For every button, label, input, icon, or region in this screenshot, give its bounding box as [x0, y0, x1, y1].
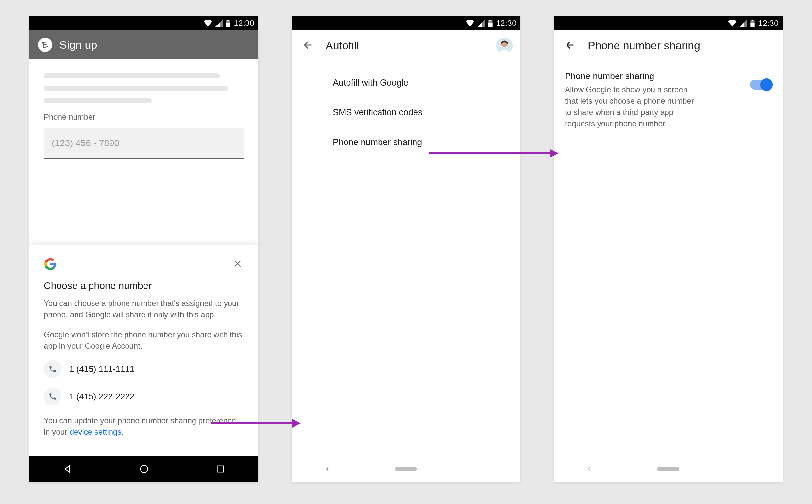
status-clock: 12:30	[234, 19, 254, 28]
svg-rect-11	[751, 23, 755, 27]
svg-rect-7	[489, 20, 492, 21]
settings-header: Phone number sharing	[554, 30, 783, 61]
phone-option-label: 1 (415) 222-2222	[69, 392, 134, 402]
setting-description: Allow Google to show you a screen that l…	[565, 84, 696, 129]
menu-item-label: Autofill with Google	[333, 78, 408, 88]
app-logo-icon: E	[37, 36, 54, 53]
app-header: E Sign up	[29, 30, 258, 59]
nav-home-pill[interactable]	[395, 467, 417, 471]
status-clock: 12:30	[758, 19, 779, 28]
svg-rect-2	[227, 20, 229, 21]
wifi-icon	[728, 20, 736, 27]
phone-option-label: 1 (415) 111-1111	[69, 364, 134, 374]
status-bar: 12:30	[554, 16, 783, 30]
svg-rect-6	[488, 23, 493, 27]
close-icon	[233, 260, 242, 268]
arrow-left-icon	[564, 40, 575, 51]
placeholder-line	[44, 98, 152, 103]
phone-icon	[44, 388, 61, 405]
cellular-icon	[740, 20, 747, 27]
svg-rect-12	[752, 20, 754, 21]
status-bar: 12:30	[292, 16, 520, 30]
setting-title: Phone number sharing	[565, 71, 741, 81]
sheet-footer: You can update your phone number sharing…	[44, 415, 244, 438]
settings-header: Autofill	[292, 30, 520, 61]
nav-back-icon[interactable]	[63, 464, 73, 474]
status-bar: 12:30	[29, 16, 258, 30]
cellular-icon	[215, 20, 223, 27]
toggle-phone-sharing[interactable]	[750, 80, 771, 90]
signup-form: Phone number (123) 456 - 7890	[29, 59, 258, 159]
avatar-icon	[496, 38, 513, 54]
menu-item-label: SMS verification codes	[333, 108, 423, 117]
device-settings-link[interactable]: device settings	[70, 428, 122, 436]
footer-text: .	[121, 428, 124, 436]
back-button[interactable]	[299, 37, 316, 55]
page-title: Autofill	[326, 39, 359, 52]
phone-icon	[44, 360, 61, 378]
phone-option[interactable]: 1 (415) 111-1111	[44, 360, 244, 378]
phone-option[interactable]: 1 (415) 222-2222	[44, 388, 244, 405]
nav-back-icon[interactable]	[586, 465, 593, 473]
battery-icon	[750, 20, 755, 27]
cellular-icon	[478, 20, 485, 27]
arrow-left-icon	[302, 40, 313, 51]
phone-input-placeholder: (123) 456 - 7890	[52, 138, 119, 148]
close-button[interactable]	[231, 257, 244, 272]
placeholder-line	[44, 73, 220, 78]
android-navbar	[29, 456, 258, 482]
sheet-title: Choose a phone number	[44, 280, 244, 291]
field-label: Phone number	[44, 112, 244, 122]
phone-picker-sheet: Choose a phone number You can choose a p…	[29, 245, 258, 456]
nav-home-pill[interactable]	[657, 467, 679, 471]
wifi-icon	[466, 20, 474, 27]
screen-signup: 12:30 E Sign up Phone number (123) 456 -…	[29, 16, 258, 482]
placeholder-line	[44, 86, 228, 91]
menu-item-phone-sharing[interactable]: Phone number sharing	[333, 127, 520, 157]
android-navbar	[292, 456, 520, 482]
nav-home-icon[interactable]	[139, 464, 149, 474]
sheet-paragraph: Google won't store the phone number you …	[44, 329, 244, 352]
sheet-paragraph: You can choose a phone number that's ass…	[44, 298, 244, 321]
account-avatar[interactable]	[496, 38, 513, 54]
status-clock: 12:30	[496, 19, 516, 28]
google-logo-icon	[44, 258, 57, 271]
phone-input[interactable]: (123) 456 - 7890	[44, 128, 244, 159]
menu-item-autofill-google[interactable]: Autofill with Google	[333, 68, 520, 98]
screen-phone-sharing-setting: 12:30 Phone number sharing Phone number …	[554, 16, 783, 482]
battery-icon	[226, 20, 230, 27]
svg-point-3	[141, 465, 148, 473]
settings-menu: Autofill with Google SMS verification co…	[292, 61, 520, 157]
page-title: Phone number sharing	[588, 39, 700, 52]
screen-autofill-settings: 12:30 Autofill Autofill with Google SMS …	[292, 16, 520, 482]
back-button[interactable]	[562, 37, 578, 55]
svg-rect-1	[226, 23, 230, 27]
menu-item-sms-codes[interactable]: SMS verification codes	[333, 98, 520, 127]
battery-icon	[488, 20, 493, 27]
nav-back-icon[interactable]	[324, 465, 331, 473]
android-navbar	[554, 456, 783, 482]
setting-row-phone-sharing[interactable]: Phone number sharing Allow Google to sho…	[554, 61, 783, 139]
page-title: Sign up	[59, 39, 97, 51]
menu-item-label: Phone number sharing	[333, 137, 422, 147]
nav-recent-icon[interactable]	[216, 464, 225, 474]
svg-rect-4	[217, 466, 224, 472]
wifi-icon	[204, 20, 212, 27]
